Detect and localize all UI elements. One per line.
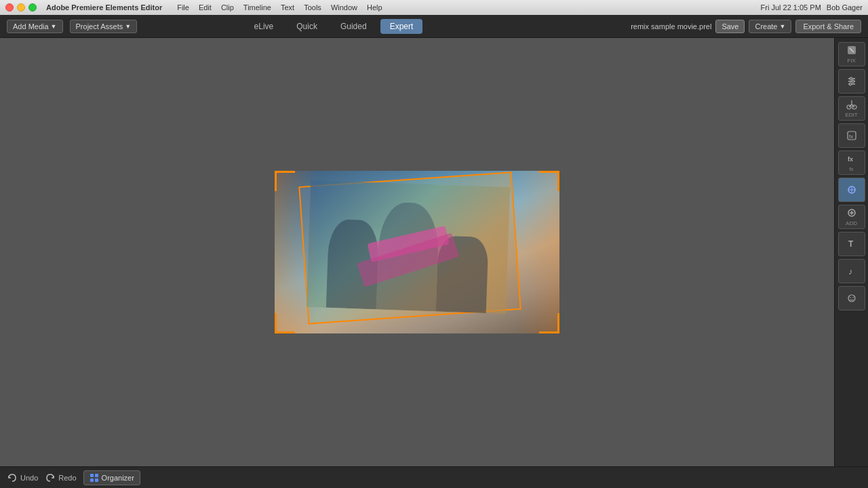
nav-guided[interactable]: Guided bbox=[331, 19, 376, 34]
preview-area bbox=[0, 38, 834, 466]
fix-button[interactable]: FIX bbox=[838, 42, 865, 66]
titlebar: Adobe Premiere Elements Editor File Edit… bbox=[0, 0, 868, 15]
main-toolbar: Add Media ▼ Project Assets ▼ eLive Quick… bbox=[0, 15, 868, 38]
maximize-button[interactable] bbox=[28, 3, 37, 12]
adjust-icon bbox=[846, 75, 858, 87]
minimize-button[interactable] bbox=[17, 3, 25, 12]
nav-quick[interactable]: Quick bbox=[287, 19, 327, 34]
svg-point-5 bbox=[850, 77, 852, 80]
text-icon: T bbox=[846, 238, 858, 250]
menu-clip[interactable]: Clip bbox=[221, 3, 234, 12]
text-button[interactable]: T bbox=[838, 232, 865, 256]
svg-text:♪: ♪ bbox=[848, 266, 853, 277]
add-icon bbox=[846, 207, 858, 219]
fix-icon bbox=[846, 44, 858, 56]
menu-help[interactable]: Help bbox=[367, 3, 382, 12]
nav-tabs: eLive Quick Guided Expert bbox=[245, 19, 423, 34]
right-panel: FIX EDIT fx fx fx ADD T ♪ bbox=[834, 38, 868, 466]
project-assets-arrow: ▼ bbox=[125, 23, 131, 30]
scissors-icon bbox=[846, 98, 858, 110]
nav-expert[interactable]: Expert bbox=[380, 19, 423, 34]
edit-button[interactable]: EDIT bbox=[838, 96, 865, 121]
svg-point-7 bbox=[849, 83, 852, 85]
create-button[interactable]: Create ▼ bbox=[749, 20, 791, 33]
fx-icon: fx bbox=[846, 152, 858, 165]
menu-timeline[interactable]: Timeline bbox=[243, 3, 271, 12]
close-button[interactable] bbox=[5, 3, 14, 12]
nav-elive[interactable]: eLive bbox=[245, 19, 283, 34]
effects-icon: fx bbox=[846, 129, 858, 142]
undo-button[interactable]: Undo bbox=[7, 472, 38, 483]
emoji-icon bbox=[846, 292, 858, 304]
svg-point-6 bbox=[852, 80, 854, 83]
effects-button[interactable]: fx bbox=[838, 123, 865, 148]
titlebar-right: Fri Jul 22 1:05 PM Bob Gager bbox=[761, 3, 863, 12]
menu-edit[interactable]: Edit bbox=[199, 3, 212, 12]
svg-text:fx: fx bbox=[849, 134, 853, 140]
preview-video bbox=[275, 171, 559, 333]
clock: Fri Jul 22 1:05 PM bbox=[761, 3, 821, 12]
export-share-button[interactable]: Export & Share bbox=[795, 20, 861, 33]
svg-rect-29 bbox=[90, 479, 94, 482]
main-area: FIX EDIT fx fx fx ADD T ♪ bbox=[0, 38, 868, 466]
redo-button[interactable]: Redo bbox=[45, 472, 76, 483]
add-media-arrow: ▼ bbox=[51, 23, 57, 30]
audio-button[interactable]: ♪ bbox=[838, 259, 865, 283]
bottom-bar: Undo Redo Organizer bbox=[0, 466, 868, 488]
svg-text:T: T bbox=[848, 239, 854, 249]
fx-button[interactable]: fx fx bbox=[838, 150, 865, 175]
project-assets-button[interactable]: Project Assets ▼ bbox=[70, 20, 138, 33]
menu-tools[interactable]: Tools bbox=[304, 3, 321, 12]
window-controls[interactable] bbox=[5, 3, 37, 12]
menu-bar[interactable]: File Edit Clip Timeline Text Tools Windo… bbox=[177, 3, 382, 12]
add-media-button[interactable]: Add Media ▼ bbox=[7, 20, 63, 33]
menu-text[interactable]: Text bbox=[281, 3, 294, 12]
add-button[interactable]: ADD bbox=[838, 205, 865, 229]
svg-rect-27 bbox=[90, 474, 94, 477]
redo-icon bbox=[45, 472, 56, 483]
svg-point-25 bbox=[850, 297, 851, 298]
organizer-icon bbox=[90, 473, 99, 483]
music-icon: ♪ bbox=[846, 265, 858, 277]
user-name: Bob Gager bbox=[827, 3, 863, 12]
menu-file[interactable]: File bbox=[177, 3, 189, 12]
menu-window[interactable]: Window bbox=[331, 3, 357, 12]
toolbar-right: remix sample movie.prel Save Create ▼ Ex… bbox=[631, 20, 861, 33]
svg-rect-28 bbox=[95, 474, 98, 477]
svg-point-26 bbox=[852, 297, 854, 298]
save-button[interactable]: Save bbox=[715, 20, 745, 33]
svg-text:fx: fx bbox=[848, 156, 853, 163]
app-name: Adobe Premiere Elements Editor bbox=[46, 3, 162, 12]
undo-icon bbox=[7, 472, 18, 483]
organizer-button[interactable]: Organizer bbox=[83, 470, 140, 485]
color-icon bbox=[846, 184, 858, 196]
adjust-button[interactable] bbox=[838, 69, 865, 94]
emoji-button[interactable] bbox=[838, 286, 865, 310]
color-button[interactable] bbox=[838, 178, 865, 202]
preview-image bbox=[275, 171, 559, 333]
filename[interactable]: remix sample movie.prel bbox=[631, 22, 711, 30]
svg-rect-30 bbox=[95, 479, 98, 482]
